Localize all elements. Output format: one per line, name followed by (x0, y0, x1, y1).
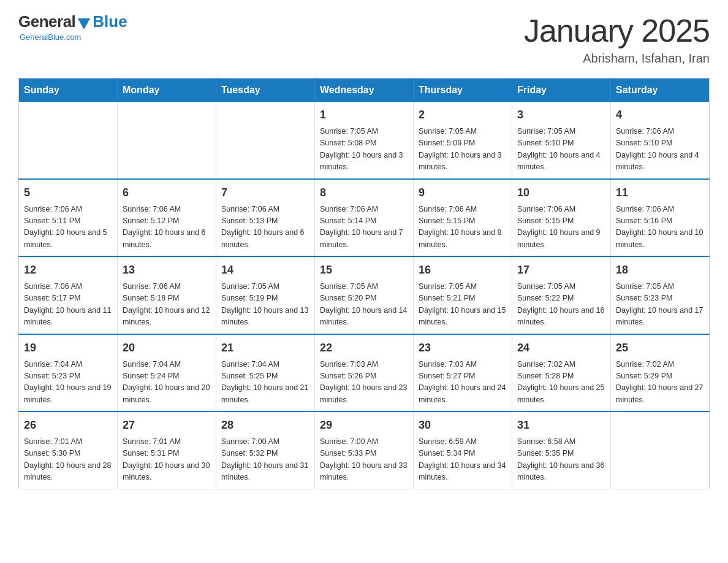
calendar-cell: 23Sunrise: 7:03 AM Sunset: 5:27 PM Dayli… (414, 334, 512, 412)
calendar-cell: 3Sunrise: 7:05 AM Sunset: 5:10 PM Daylig… (512, 102, 611, 179)
day-info: Sunrise: 7:02 AM Sunset: 5:28 PM Dayligh… (517, 359, 605, 407)
calendar-cell: 21Sunrise: 7:04 AM Sunset: 5:25 PM Dayli… (216, 334, 315, 412)
calendar-header-thursday: Thursday (414, 79, 512, 102)
day-number: 24 (517, 340, 605, 356)
logo-general-text: General (18, 12, 75, 31)
day-number: 17 (517, 262, 605, 278)
calendar-cell: 2Sunrise: 7:05 AM Sunset: 5:09 PM Daylig… (414, 102, 512, 179)
day-number: 16 (419, 262, 507, 278)
day-info: Sunrise: 7:05 AM Sunset: 5:20 PM Dayligh… (320, 281, 408, 329)
calendar-header-sunday: Sunday (19, 79, 118, 102)
day-info: Sunrise: 7:06 AM Sunset: 5:12 PM Dayligh… (123, 204, 211, 251)
day-info: Sunrise: 7:05 AM Sunset: 5:08 PM Dayligh… (320, 126, 408, 174)
day-number: 29 (320, 417, 408, 434)
day-number: 6 (123, 185, 211, 201)
day-info: Sunrise: 7:06 AM Sunset: 5:17 PM Dayligh… (24, 281, 112, 329)
calendar-week-row: 1Sunrise: 7:05 AM Sunset: 5:08 PM Daylig… (19, 102, 710, 179)
calendar-week-row: 26Sunrise: 7:01 AM Sunset: 5:30 PM Dayli… (19, 412, 710, 489)
calendar-cell: 20Sunrise: 7:04 AM Sunset: 5:24 PM Dayli… (118, 334, 216, 412)
day-number: 30 (419, 417, 507, 434)
calendar-cell: 22Sunrise: 7:03 AM Sunset: 5:26 PM Dayli… (315, 334, 414, 412)
day-number: 2 (419, 107, 507, 123)
day-info: Sunrise: 7:05 AM Sunset: 5:21 PM Dayligh… (419, 281, 507, 329)
day-number: 18 (616, 262, 704, 278)
page-header: General Blue GeneralBlue.com January 202… (18, 12, 710, 66)
day-number: 4 (616, 107, 704, 123)
day-number: 3 (517, 107, 605, 123)
day-number: 5 (24, 185, 112, 201)
day-info: Sunrise: 6:58 AM Sunset: 5:35 PM Dayligh… (517, 436, 605, 484)
day-info: Sunrise: 7:04 AM Sunset: 5:25 PM Dayligh… (221, 359, 309, 407)
day-info: Sunrise: 7:05 AM Sunset: 5:19 PM Dayligh… (221, 281, 309, 329)
day-info: Sunrise: 7:00 AM Sunset: 5:32 PM Dayligh… (221, 436, 309, 484)
day-info: Sunrise: 7:03 AM Sunset: 5:27 PM Dayligh… (419, 359, 507, 407)
day-number: 1 (320, 107, 408, 123)
day-info: Sunrise: 7:05 AM Sunset: 5:22 PM Dayligh… (517, 281, 605, 329)
day-info: Sunrise: 7:06 AM Sunset: 5:14 PM Dayligh… (320, 204, 408, 251)
title-block: January 2025 Abrisham, Isfahan, Iran (524, 12, 710, 66)
calendar-cell: 4Sunrise: 7:06 AM Sunset: 5:10 PM Daylig… (611, 102, 710, 179)
calendar-cell: 15Sunrise: 7:05 AM Sunset: 5:20 PM Dayli… (315, 256, 414, 334)
calendar-header-tuesday: Tuesday (216, 79, 315, 102)
logo-blue-text: Blue (93, 12, 127, 31)
calendar-cell: 28Sunrise: 7:00 AM Sunset: 5:32 PM Dayli… (216, 412, 315, 489)
calendar-cell: 8Sunrise: 7:06 AM Sunset: 5:14 PM Daylig… (315, 179, 414, 257)
day-info: Sunrise: 7:06 AM Sunset: 5:15 PM Dayligh… (419, 204, 507, 251)
calendar-cell: 11Sunrise: 7:06 AM Sunset: 5:16 PM Dayli… (611, 179, 710, 257)
day-info: Sunrise: 7:03 AM Sunset: 5:26 PM Dayligh… (320, 359, 408, 407)
calendar-cell (611, 412, 710, 489)
calendar-cell: 7Sunrise: 7:06 AM Sunset: 5:13 PM Daylig… (216, 179, 315, 257)
calendar-cell: 26Sunrise: 7:01 AM Sunset: 5:30 PM Dayli… (19, 412, 118, 489)
calendar-cell (19, 102, 118, 179)
calendar-week-row: 5Sunrise: 7:06 AM Sunset: 5:11 PM Daylig… (19, 179, 710, 257)
day-info: Sunrise: 7:06 AM Sunset: 5:13 PM Dayligh… (221, 204, 309, 251)
day-info: Sunrise: 7:06 AM Sunset: 5:18 PM Dayligh… (123, 281, 211, 329)
calendar-header-monday: Monday (118, 79, 216, 102)
day-number: 20 (123, 340, 211, 356)
calendar-cell: 24Sunrise: 7:02 AM Sunset: 5:28 PM Dayli… (512, 334, 611, 412)
day-number: 14 (221, 262, 309, 278)
calendar-header-friday: Friday (512, 79, 611, 102)
day-number: 15 (320, 262, 408, 278)
calendar-cell: 18Sunrise: 7:05 AM Sunset: 5:23 PM Dayli… (611, 256, 710, 334)
calendar-cell: 29Sunrise: 7:00 AM Sunset: 5:33 PM Dayli… (315, 412, 414, 489)
logo-arrow-icon (78, 18, 90, 29)
day-number: 12 (24, 262, 112, 278)
day-info: Sunrise: 7:05 AM Sunset: 5:09 PM Dayligh… (419, 126, 507, 174)
calendar-cell: 17Sunrise: 7:05 AM Sunset: 5:22 PM Dayli… (512, 256, 611, 334)
calendar-cell: 9Sunrise: 7:06 AM Sunset: 5:15 PM Daylig… (414, 179, 512, 257)
calendar-cell: 30Sunrise: 6:59 AM Sunset: 5:34 PM Dayli… (414, 412, 512, 489)
logo: General Blue GeneralBlue.com (18, 12, 127, 42)
day-number: 21 (221, 340, 309, 356)
day-number: 13 (123, 262, 211, 278)
day-info: Sunrise: 7:04 AM Sunset: 5:23 PM Dayligh… (24, 359, 112, 407)
day-number: 26 (24, 417, 112, 434)
day-number: 23 (419, 340, 507, 356)
day-info: Sunrise: 7:04 AM Sunset: 5:24 PM Dayligh… (123, 359, 211, 407)
calendar-header-row: SundayMondayTuesdayWednesdayThursdayFrid… (19, 79, 710, 102)
calendar-cell (118, 102, 216, 179)
calendar-cell: 25Sunrise: 7:02 AM Sunset: 5:29 PM Dayli… (611, 334, 710, 412)
day-number: 28 (221, 417, 309, 434)
day-info: Sunrise: 7:05 AM Sunset: 5:23 PM Dayligh… (616, 281, 704, 329)
page-title: January 2025 (524, 12, 710, 49)
day-number: 25 (616, 340, 704, 356)
calendar-header-wednesday: Wednesday (315, 79, 414, 102)
calendar-cell: 10Sunrise: 7:06 AM Sunset: 5:15 PM Dayli… (512, 179, 611, 257)
day-info: Sunrise: 7:05 AM Sunset: 5:10 PM Dayligh… (517, 126, 605, 174)
day-number: 19 (24, 340, 112, 356)
day-info: Sunrise: 7:06 AM Sunset: 5:15 PM Dayligh… (517, 204, 605, 251)
day-number: 10 (517, 185, 605, 201)
calendar-header-saturday: Saturday (611, 79, 710, 102)
calendar-cell: 12Sunrise: 7:06 AM Sunset: 5:17 PM Dayli… (19, 256, 118, 334)
calendar-cell: 31Sunrise: 6:58 AM Sunset: 5:35 PM Dayli… (512, 412, 611, 489)
day-info: Sunrise: 7:00 AM Sunset: 5:33 PM Dayligh… (320, 436, 408, 484)
day-info: Sunrise: 6:59 AM Sunset: 5:34 PM Dayligh… (419, 436, 507, 484)
calendar-cell (216, 102, 315, 179)
day-number: 11 (616, 185, 704, 201)
calendar-cell: 6Sunrise: 7:06 AM Sunset: 5:12 PM Daylig… (118, 179, 216, 257)
day-number: 9 (419, 185, 507, 201)
day-info: Sunrise: 7:06 AM Sunset: 5:10 PM Dayligh… (616, 126, 704, 174)
calendar-cell: 13Sunrise: 7:06 AM Sunset: 5:18 PM Dayli… (118, 256, 216, 334)
day-info: Sunrise: 7:01 AM Sunset: 5:30 PM Dayligh… (24, 436, 112, 484)
